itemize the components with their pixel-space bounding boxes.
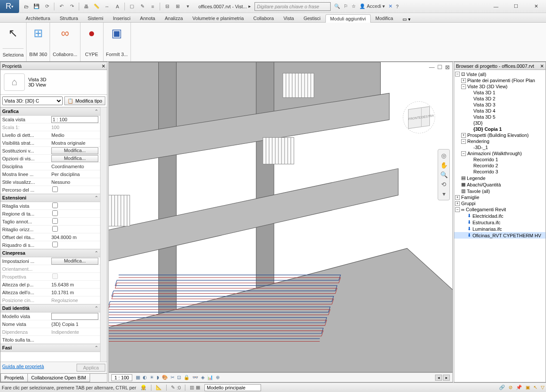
tree-item[interactable]: +Prospetti (Building Elevation) [454,132,546,138]
ribbon-group[interactable]: ↖Seleziona [0,23,27,61]
tree-toggle-icon[interactable]: − [455,207,460,212]
customize-icon[interactable]: ▾ [184,2,192,11]
property-checkbox[interactable] [52,242,58,247]
property-section-header[interactable]: Dati identità⌃ [0,304,100,312]
viewcube[interactable]: FRONTE DESTRA [403,101,435,133]
reveal-icon[interactable]: ◈ [201,375,204,380]
tree-item[interactable]: +Piante dei pavimenti (Floor Plan [454,77,546,83]
property-edit-button[interactable]: Modifica... [51,147,98,154]
search-input[interactable]: Digitare parola chiave o frase [255,2,331,11]
tree-item[interactable]: ⬇Estructura.ifc [454,219,546,226]
render-icon[interactable]: 🎨 [162,375,168,380]
ribbon-tab[interactable]: Struttura [55,14,83,22]
tree-toggle-icon[interactable]: + [455,201,460,206]
tree-item[interactable]: Vista 3D 4 [454,108,546,114]
redo-icon[interactable]: ↷ [67,2,76,11]
tree-item[interactable]: ⬇Electricidad.ifc [454,213,546,219]
property-value[interactable]: 304.8000 m [51,235,77,240]
nav-dropdown-icon[interactable]: ▾ [442,190,446,197]
ribbon-tab[interactable]: Architettura [21,14,55,22]
apply-button[interactable]: Applica [77,364,105,372]
sb-icon[interactable]: ▦ [196,385,200,390]
ribbon-tab[interactable]: Vista [278,14,298,22]
ribbon-group[interactable]: ∞Collaboro... [50,23,80,61]
save-icon[interactable]: 💾 [32,2,41,11]
visual-style-icon[interactable]: ◐ [143,375,147,380]
vc-minimize-icon[interactable]: — [429,64,435,70]
panel-tab[interactable]: Proprietà [0,374,28,382]
property-section-header[interactable]: Cinepresa⌃ [0,249,100,257]
tree-toggle-icon[interactable]: − [455,72,460,76]
tree-item[interactable]: Recorrido 2 [454,163,546,169]
filter-icon[interactable]: ▽ [541,385,544,390]
property-edit-button[interactable]: Modifica... [51,258,98,265]
tree-item[interactable]: Vista 3D 1 [454,90,546,96]
scroll-left-icon[interactable]: ◂ [435,375,442,381]
property-value[interactable]: Coordinamento [51,164,84,169]
close-icon[interactable]: × [102,63,105,69]
ribbon-tab[interactable]: Volumetrie e planimetria [188,14,248,22]
tree-item[interactable]: +Famiglie [454,194,546,200]
maximize-button[interactable]: ☐ [506,0,526,13]
ribbon-group[interactable]: ▣FormIt 3... [104,23,131,61]
type-selector[interactable]: ⌂ Vista 3D 3D View [0,70,107,95]
instance-select[interactable]: Vista 3D: {3D} C [2,96,63,105]
property-value[interactable]: Nessuno [51,179,70,185]
tree-item[interactable]: −Rendering [454,138,546,144]
lock-icon[interactable]: 🔒 [184,375,190,380]
pan-icon[interactable]: ✋ [440,162,448,169]
shadows-icon[interactable]: ◗ [157,375,159,380]
tree-item[interactable]: Recorrido 3 [454,169,546,175]
print-icon[interactable]: 🖶 [82,2,90,11]
tree-item[interactable]: ⬇Luminarias.ifc [454,226,546,232]
tree-item[interactable]: {3D} [454,120,546,126]
ribbon-tab[interactable]: Sistemi [83,14,108,22]
crop-icon[interactable]: ✂ [171,375,174,380]
steering-wheel-icon[interactable]: ◎ [441,152,446,159]
property-value[interactable]: {3D} Copia 1 [51,322,78,327]
text-icon[interactable]: A [113,2,122,11]
vc-maximize-icon[interactable]: ☐ [437,64,442,70]
tree-toggle-icon[interactable]: + [455,195,460,200]
property-checkbox[interactable] [52,218,58,224]
tree-toggle-icon[interactable]: − [461,139,466,144]
tree-item[interactable]: Vista 3D 5 [454,114,546,120]
tree-item[interactable]: −∞Collegamenti Revit [454,206,546,213]
box-icon[interactable]: ▢ [127,2,136,11]
property-value[interactable] [51,313,98,320]
help-icon[interactable]: ? [396,4,399,9]
property-section-header[interactable]: Grafica⌃ [0,107,100,116]
property-section-header[interactable]: Fasi⌃ [0,344,100,352]
doc-dropdown-icon[interactable]: ▸ [248,3,251,9]
view-scale[interactable]: 1 : 100 [111,374,132,381]
property-checkbox[interactable] [52,226,58,232]
tree-item[interactable]: Recorrido 1 [454,156,546,163]
workset-select[interactable]: Modello principale [204,384,261,391]
section-icon[interactable]: ✎ [138,2,147,11]
property-section-header[interactable]: Estensioni⌃ [0,194,100,202]
ribbon-group[interactable]: ●CYPE [80,23,104,61]
signin-button[interactable]: 👤 Accedi ▾ [359,3,385,9]
tree-toggle-icon[interactable]: + [461,78,466,83]
select-pinned-icon[interactable]: 📌 [516,385,522,390]
property-value[interactable]: Medio [51,133,64,138]
tree-item[interactable]: Vista 3D 3 [454,102,546,108]
property-checkbox[interactable] [52,203,58,208]
detail-level-icon[interactable]: ▦ [136,375,140,380]
tree-item[interactable]: {3D} Copia 1 [454,126,546,132]
property-value[interactable]: Mostra originale [51,140,85,146]
property-value[interactable]: Per disciplina [51,172,80,177]
property-value[interactable]: 15.6438 m [51,282,74,287]
sun-path-icon[interactable]: ☀ [150,375,154,380]
ribbon-tab[interactable]: Modifica [371,14,398,22]
measure-icon[interactable]: 📏 [92,2,101,11]
tree-item[interactable]: ▥Tavole (all) [454,188,546,194]
tree-toggle-icon[interactable]: − [461,151,466,156]
vc-close-icon[interactable]: ⊠ [445,64,450,70]
orbit-icon[interactable]: ⟲ [441,181,446,188]
exchange-icon[interactable]: ✕ [389,3,392,9]
close-button[interactable]: ✕ [526,0,546,13]
tree-item[interactable]: +Gruppi [454,200,546,206]
minimize-button[interactable]: — [486,0,506,13]
dimension-icon[interactable]: ↔ [103,2,111,11]
